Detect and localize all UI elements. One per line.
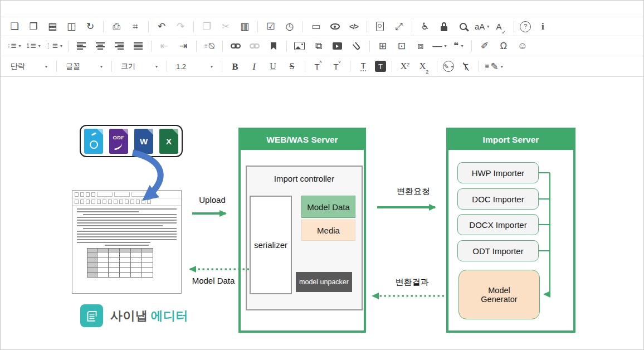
help-button[interactable]: ? <box>520 21 531 32</box>
document-properties-button[interactable]: ▤ <box>45 20 60 34</box>
line-height-select[interactable]: 1.2▾ <box>173 59 216 74</box>
preview-eye-button[interactable] <box>328 20 342 34</box>
find-in-document-button[interactable] <box>373 20 387 34</box>
chevron-down-icon: ▾ <box>60 43 62 48</box>
multilevel-list-button[interactable]: ⋮≡▾ <box>45 39 62 54</box>
attachment-icon <box>352 42 360 51</box>
synap-editor-window: ❏❒▤◫↻⎙⌗↶↷❐✂▥☑◷▭</>⤢♿aA▾A✓?i ∶≡▾1≡▾⋮≡▾⇤⇥≡… <box>0 0 644 350</box>
align-center-button[interactable] <box>93 39 108 54</box>
document-canvas[interactable]: ODF W X <box>1 77 643 350</box>
drawing-button[interactable]: ✐ <box>477 39 492 54</box>
importer-box: DOC Importer <box>457 188 539 210</box>
attachment-button[interactable] <box>349 39 364 54</box>
copy-button[interactable]: ❐ <box>199 20 214 34</box>
find-in-document-icon <box>376 22 384 31</box>
toolbar-row-3: 단락▾글꼴▾크기▾1.2▾BIUSTʌTvTTX2X2✎▾T≣✎▾ <box>1 56 643 77</box>
case-button[interactable]: aA▾ <box>475 20 489 34</box>
link-icon <box>231 43 241 48</box>
strikethrough-button[interactable]: S <box>285 59 299 74</box>
bold-button[interactable]: B <box>228 59 242 74</box>
align-left-button[interactable] <box>74 39 89 54</box>
bullet-list-button[interactable]: ∶≡▾ <box>7 39 22 54</box>
subscript-button[interactable]: X2 <box>417 59 431 74</box>
table-button[interactable]: ⊞ <box>375 39 390 54</box>
font-size-select[interactable]: 크기▾ <box>118 59 161 74</box>
lock-button[interactable] <box>437 20 451 34</box>
unlink-icon <box>250 43 260 48</box>
track-changes-button[interactable]: ☑ <box>264 20 278 34</box>
image-gallery-button[interactable]: ⧉ <box>311 39 326 54</box>
indent-button[interactable]: ⇥ <box>176 39 191 54</box>
video-icon <box>333 42 342 50</box>
paragraph-format-button[interactable]: ≡⍉ <box>202 39 217 54</box>
toolbar-divider <box>412 21 412 32</box>
document-preview-image <box>72 190 182 294</box>
grow-font-button[interactable]: Tʌ <box>311 59 325 74</box>
align-justify-button[interactable] <box>131 39 145 54</box>
synap-editor-logo: 사이냅에디터 <box>80 304 188 327</box>
toolbar-divider <box>392 61 392 72</box>
file-icon: W <box>134 129 153 154</box>
underline-button[interactable]: U <box>266 59 280 74</box>
toolbar-divider <box>222 41 223 52</box>
image-icon <box>294 42 305 50</box>
toolbar-divider <box>286 41 287 52</box>
paragraph-marks-button[interactable]: ≣✎▾ <box>485 59 503 74</box>
print-button[interactable]: ⎙ <box>109 20 124 34</box>
image-button[interactable] <box>292 39 307 54</box>
toolbar-divider <box>111 61 112 72</box>
info-button[interactable]: i <box>535 20 550 34</box>
page-setup-button[interactable]: ⌗ <box>128 20 143 34</box>
toolbar-divider <box>479 61 479 72</box>
clear-format-button[interactable]: T <box>458 59 473 74</box>
numbered-list-button[interactable]: 1≡▾ <box>26 39 41 54</box>
source-formats-group: ODF W X <box>80 125 183 157</box>
shrink-font-button[interactable]: Tv <box>330 59 344 74</box>
horizontal-line-button[interactable]: —▾ <box>432 39 447 54</box>
template-button[interactable]: ◫ <box>64 20 79 34</box>
format-painter-button[interactable]: ✎▾ <box>443 61 454 72</box>
paragraph-style-select[interactable]: 단락▾ <box>7 59 51 74</box>
convert-request-label: 변환요청 <box>383 186 444 197</box>
font-family-select[interactable]: 글꼴▾ <box>62 59 106 74</box>
spellcheck-button[interactable]: A✓ <box>494 20 508 34</box>
unlink-button[interactable] <box>247 39 262 54</box>
redo-button[interactable]: ↷ <box>173 20 188 34</box>
toolbar-divider <box>369 41 370 52</box>
code-view-button[interactable]: </> <box>347 20 361 34</box>
highlight-color-button[interactable]: T <box>375 61 386 72</box>
insert-object-button[interactable]: ⧈ <box>413 39 428 54</box>
importer-box: DOCX Importer <box>457 214 539 235</box>
model-data-return-label: Model Data <box>188 276 239 285</box>
file-icon <box>84 129 103 154</box>
blockquote-button[interactable]: ❝▾ <box>451 39 466 54</box>
fullscreen-button[interactable]: ⤢ <box>392 20 406 34</box>
link-button[interactable] <box>228 39 243 54</box>
emoticon-button[interactable]: ☺ <box>515 39 530 54</box>
italic-button[interactable]: I <box>247 59 261 74</box>
open-document-button[interactable]: ❒ <box>26 20 41 34</box>
insert-frame-button[interactable]: ⊡ <box>394 39 409 54</box>
outdent-button[interactable]: ⇤ <box>157 39 172 54</box>
lock-icon <box>441 26 447 31</box>
superscript-button[interactable]: X2 <box>398 59 412 74</box>
zoom-search-button[interactable] <box>456 20 470 34</box>
align-right-button[interactable] <box>112 39 126 54</box>
toolbar-row-1: ❏❒▤◫↻⎙⌗↶↷❐✂▥☑◷▭</>⤢♿aA▾A✓?i <box>1 17 643 36</box>
file-icon: X <box>159 129 178 154</box>
paste-button[interactable]: ▥ <box>237 20 252 34</box>
document-history-button[interactable]: ↻ <box>83 20 97 34</box>
text-color-button[interactable]: T <box>356 59 370 74</box>
special-char-button[interactable]: Ω <box>496 39 511 54</box>
undo-button[interactable]: ↶ <box>154 20 169 34</box>
ruler-button[interactable]: ▭ <box>309 20 323 34</box>
chevron-down-icon: ▾ <box>38 43 41 48</box>
toolbar-divider <box>103 21 104 32</box>
bookmark-button[interactable] <box>266 39 281 54</box>
cut-button[interactable]: ✂ <box>218 20 233 34</box>
video-button[interactable] <box>330 39 345 54</box>
new-document-button[interactable]: ❏ <box>7 20 22 34</box>
timed-check-button[interactable]: ◷ <box>282 20 297 34</box>
webwas-server-title: WEB/WAS Server <box>241 130 364 150</box>
accessibility-button[interactable]: ♿ <box>418 20 432 34</box>
